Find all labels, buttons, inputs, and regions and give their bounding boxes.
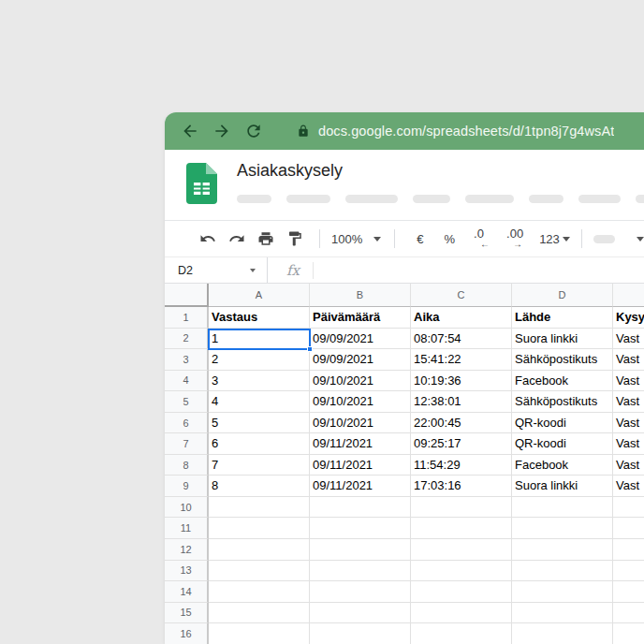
row-header-4[interactable]: 4 — [165, 371, 209, 392]
cell-C5[interactable]: 12:38:01 — [411, 391, 512, 413]
cell-A4[interactable]: 3 — [209, 371, 310, 392]
cell-E10[interactable] — [613, 497, 644, 519]
cell-E13[interactable] — [613, 561, 644, 582]
cell-C14[interactable] — [411, 581, 512, 603]
cell-B6[interactable]: 09/10/2021 — [310, 413, 411, 434]
menu-item-pill-1[interactable] — [237, 195, 271, 203]
cell-B16[interactable] — [310, 623, 411, 644]
cell-D12[interactable] — [512, 539, 613, 561]
row-header-10[interactable]: 10 — [165, 497, 209, 519]
cell-A7[interactable]: 6 — [209, 433, 310, 455]
row-header-11[interactable]: 11 — [165, 518, 209, 539]
cell-C15[interactable] — [411, 603, 512, 624]
fill-handle[interactable] — [307, 346, 313, 352]
row-header-14[interactable]: 14 — [165, 581, 209, 603]
cell-C7[interactable]: 09:25:17 — [411, 433, 512, 455]
cell-C4[interactable]: 10:19:36 — [411, 371, 512, 392]
row-header-16[interactable]: 16 — [165, 623, 209, 644]
cell-D3[interactable]: Sähköpostikuts — [512, 349, 613, 371]
cell-C13[interactable] — [411, 561, 512, 582]
cell-D4[interactable]: Facebook — [512, 371, 613, 392]
column-header-D[interactable]: D — [512, 284, 613, 307]
cell-B13[interactable] — [310, 561, 411, 582]
cell-A9[interactable]: 8 — [209, 476, 310, 497]
redo-icon[interactable] — [228, 230, 245, 247]
cell-B3[interactable]: 09/09/2021 — [310, 349, 411, 371]
cell-D8[interactable]: Facebook — [512, 455, 613, 476]
address-bar[interactable]: docs.google.com/spreadsheets/d/1tpn8j7g4… — [297, 124, 614, 139]
column-header-B[interactable]: B — [310, 284, 411, 307]
row-header-2[interactable]: 2 — [165, 329, 209, 350]
cell-D14[interactable] — [512, 581, 613, 603]
cell-C8[interactable]: 11:54:29 — [411, 455, 512, 476]
chevron-down-icon[interactable] — [637, 237, 644, 242]
cell-B8[interactable]: 09/11/2021 — [310, 455, 411, 476]
row-header-1[interactable]: 1 — [165, 307, 209, 329]
cell-D10[interactable] — [512, 497, 613, 519]
menu-item-pill-7[interactable] — [578, 195, 621, 203]
cell-E12[interactable] — [613, 539, 644, 561]
decrease-decimal-button[interactable]: .0 ← — [474, 228, 490, 249]
cell-E3[interactable]: Vast — [613, 349, 644, 371]
percent-format-button[interactable]: % — [444, 232, 455, 246]
cell-D2[interactable]: Suora linkki — [512, 329, 613, 350]
document-title[interactable]: Asiakaskysely — [237, 160, 644, 181]
cell-B10[interactable] — [310, 497, 411, 519]
cell-A13[interactable] — [209, 561, 310, 582]
name-box[interactable]: D2 — [165, 257, 268, 283]
cell-A6[interactable]: 5 — [209, 413, 310, 434]
cell-C11[interactable] — [411, 518, 512, 539]
cell-A14[interactable] — [209, 581, 310, 603]
cell-D15[interactable] — [512, 603, 613, 624]
cell-C1[interactable]: Aika — [411, 307, 512, 329]
select-all-corner[interactable] — [165, 284, 209, 307]
cell-E5[interactable]: Vast — [613, 391, 644, 413]
cell-C3[interactable]: 15:41:22 — [411, 349, 512, 371]
cell-B1[interactable]: Päivämäärä — [310, 307, 411, 329]
increase-decimal-button[interactable]: .00 → — [506, 228, 523, 249]
row-header-8[interactable]: 8 — [165, 455, 209, 476]
font-selector-placeholder[interactable] — [593, 235, 615, 243]
cell-C9[interactable]: 17:03:16 — [411, 476, 512, 497]
column-header-C[interactable]: C — [411, 284, 512, 307]
cell-A10[interactable] — [209, 497, 310, 519]
back-arrow-icon[interactable] — [181, 122, 199, 140]
cell-B11[interactable] — [310, 518, 411, 539]
cell-D13[interactable] — [512, 561, 613, 582]
column-header-A[interactable]: A — [209, 284, 310, 307]
cell-E6[interactable]: Vast — [613, 413, 644, 434]
cell-D5[interactable]: Sähköpostikuts — [512, 391, 613, 413]
cell-E7[interactable]: Vast — [613, 433, 644, 455]
cell-B2[interactable]: 09/09/2021 — [310, 329, 411, 350]
row-header-12[interactable]: 12 — [165, 539, 209, 561]
cell-A5[interactable]: 4 — [209, 391, 310, 413]
cell-A11[interactable] — [209, 518, 310, 539]
formula-input[interactable] — [314, 257, 644, 283]
cell-B12[interactable] — [310, 539, 411, 561]
menu-item-pill-3[interactable] — [345, 195, 398, 203]
menu-item-pill-5[interactable] — [465, 195, 514, 203]
selected-cell-outline[interactable] — [208, 329, 311, 351]
print-icon[interactable] — [257, 230, 274, 247]
cell-E9[interactable]: Vast — [613, 476, 644, 497]
cell-B7[interactable]: 09/11/2021 — [310, 433, 411, 455]
cell-E1[interactable]: Kysy — [613, 307, 644, 329]
column-header-E[interactable] — [613, 284, 644, 307]
cell-D9[interactable]: Suora linkki — [512, 476, 613, 497]
cell-B15[interactable] — [310, 603, 411, 624]
row-header-6[interactable]: 6 — [165, 413, 209, 434]
undo-icon[interactable] — [199, 230, 216, 247]
row-header-15[interactable]: 15 — [165, 603, 209, 624]
cell-D11[interactable] — [512, 518, 613, 539]
cell-C10[interactable] — [411, 497, 512, 519]
menu-item-pill-6[interactable] — [529, 195, 564, 203]
cell-D1[interactable]: Lähde — [512, 307, 613, 329]
row-header-5[interactable]: 5 — [165, 391, 209, 413]
cell-B4[interactable]: 09/10/2021 — [310, 371, 411, 392]
cell-E11[interactable] — [613, 518, 644, 539]
row-header-3[interactable]: 3 — [165, 349, 209, 371]
cell-E8[interactable]: Vast — [613, 455, 644, 476]
cell-B5[interactable]: 09/10/2021 — [310, 391, 411, 413]
cell-C12[interactable] — [411, 539, 512, 561]
row-header-13[interactable]: 13 — [165, 561, 209, 582]
